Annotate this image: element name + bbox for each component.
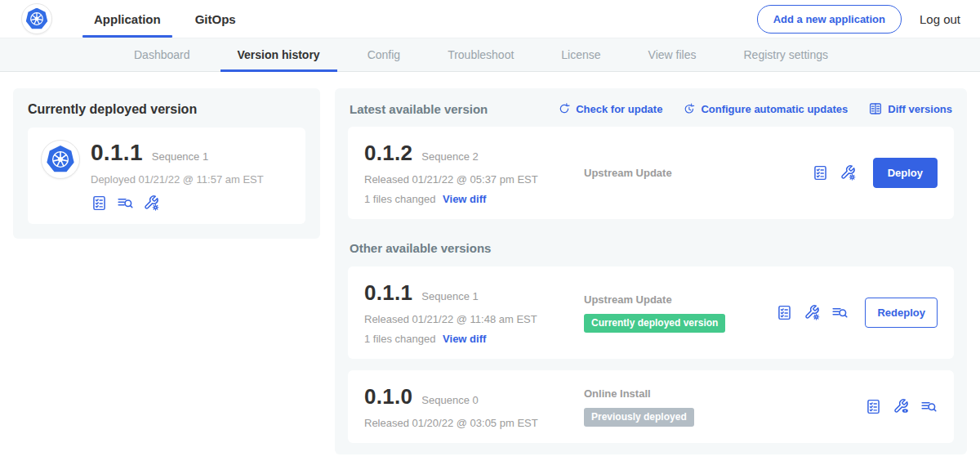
main-content: Currently deployed version 0.1.1 Sequenc… [0,72,980,454]
version-sequence: Sequence 0 [421,394,478,406]
version-row-actions [865,398,938,415]
subnav-tab-config[interactable]: Config [344,38,424,71]
deployed-version-details: 0.1.1 Sequence 1 Deployed 01/21/22 @ 11:… [91,140,264,212]
redeploy-button[interactable]: Redeploy [865,298,938,328]
version-row-actions: Redeploy [776,298,938,328]
add-application-button[interactable]: Add a new application [757,5,902,34]
currently-deployed-panel: Currently deployed version 0.1.1 Sequenc… [13,88,320,239]
configure-updates-label: Configure automatic updates [701,103,848,115]
kubernetes-wheel-icon [49,148,72,171]
version-sequence: Sequence 1 [421,290,478,302]
header-right: Add a new application Log out [757,5,960,34]
version-released-date: Released 01/20/22 @ 03:05 pm EST [364,417,572,429]
refresh-icon [558,102,571,115]
version-number: 0.1.2 [364,141,412,166]
files-changed-count: 1 files changed [364,333,435,345]
view-diff-link[interactable]: View diff [443,193,486,205]
check-for-update-link[interactable]: Check for update [558,102,662,115]
header-tabs: Application GitOps [77,0,253,38]
version-row-actions: Deploy [812,158,938,188]
files-changed-count: 1 files changed [364,193,435,205]
version-info: 0.1.1 Sequence 1 Released 01/21/22 @ 11:… [364,280,572,345]
version-released-date: Released 01/21/22 @ 05:37 pm EST [364,173,572,186]
preflight-checklist-icon[interactable] [865,398,882,415]
diff-versions-label: Diff versions [888,103,952,115]
version-source: Upstream Update [584,167,812,179]
view-diff-link[interactable]: View diff [443,333,486,345]
app-subnav: Dashboard Version history Config Trouble… [0,38,980,72]
version-sequence: Sequence 2 [421,150,478,163]
subnav-tab-version-history[interactable]: Version history [214,38,344,71]
subnav-tab-view-files[interactable]: View files [625,38,720,71]
previously-deployed-badge: Previously deployed [584,408,694,427]
version-source-column: Upstream Update Currently deployed versi… [572,293,776,333]
version-row-0-1-0: 0.1.0 Sequence 0 Released 01/20/22 @ 03:… [348,370,954,443]
subnav-tab-registry-settings[interactable]: Registry settings [719,38,851,71]
edit-config-icon[interactable] [840,164,857,181]
view-config-icon[interactable] [893,398,910,415]
kubernetes-heptagon [26,8,48,30]
schedule-refresh-icon [683,102,696,115]
version-source: Online Install [584,387,865,400]
subnav-tab-dashboard[interactable]: Dashboard [110,38,214,71]
tab-gitops[interactable]: GitOps [178,0,253,38]
kubernetes-logo [21,3,52,34]
files-changed: 1 files changed View diff [364,193,572,205]
version-released-date: Released 01/21/22 @ 11:48 am EST [364,313,572,325]
view-logs-icon[interactable] [920,398,938,415]
latest-available-title: Latest available version [350,102,488,116]
deployed-version-sequence: Sequence 1 [152,150,208,163]
available-versions-header: Latest available version Check for updat… [350,101,952,116]
deployed-version-card: 0.1.1 Sequence 1 Deployed 01/21/22 @ 11:… [28,128,305,224]
deploy-button[interactable]: Deploy [873,158,938,188]
version-row-0-1-2: 0.1.2 Sequence 2 Released 01/21/22 @ 05:… [348,127,954,219]
tab-application[interactable]: Application [77,0,178,38]
preflight-checklist-icon[interactable] [776,304,793,321]
preflight-checklist-icon[interactable] [91,195,108,212]
check-for-update-label: Check for update [576,103,662,115]
kubernetes-heptagon [47,145,74,173]
edit-config-icon[interactable] [143,195,160,212]
subnav-tab-license[interactable]: License [537,38,624,71]
currently-deployed-badge: Currently deployed version [584,314,725,333]
deployed-version-date: Deployed 01/21/22 @ 11:57 am EST [91,173,264,186]
diff-icon [868,101,883,116]
app-logo [41,140,80,179]
version-row-0-1-1: 0.1.1 Sequence 1 Released 01/21/22 @ 11:… [348,266,954,359]
version-source-column: Online Install Previously deployed [572,387,865,427]
app-header: Application GitOps Add a new application… [0,0,980,38]
preflight-checklist-icon[interactable] [812,164,829,181]
kubernetes-wheel-icon [28,10,46,28]
available-versions-panel: Latest available version Check for updat… [335,88,967,454]
version-info: 0.1.0 Sequence 0 Released 01/20/22 @ 03:… [364,384,572,429]
version-source-column: Upstream Update [572,167,812,179]
configure-automatic-updates-link[interactable]: Configure automatic updates [683,102,848,115]
version-number: 0.1.1 [364,280,412,306]
version-actions: Check for update Configure automatic upd… [558,101,952,116]
logout-button[interactable]: Log out [920,12,960,26]
view-logs-icon[interactable] [831,304,849,321]
files-changed: 1 files changed View diff [364,333,572,345]
view-logs-icon[interactable] [117,195,134,212]
version-number: 0.1.0 [364,384,412,410]
version-info: 0.1.2 Sequence 2 Released 01/21/22 @ 05:… [364,141,572,205]
other-versions-title: Other available versions [350,241,952,255]
edit-config-icon[interactable] [804,304,821,321]
subnav-tab-troubleshoot[interactable]: Troubleshoot [424,38,537,71]
deployed-version-number: 0.1.1 [91,140,143,166]
diff-versions-link[interactable]: Diff versions [868,101,952,116]
currently-deployed-title: Currently deployed version [28,102,305,117]
deployed-version-actions [91,195,264,212]
version-source: Upstream Update [584,293,776,306]
